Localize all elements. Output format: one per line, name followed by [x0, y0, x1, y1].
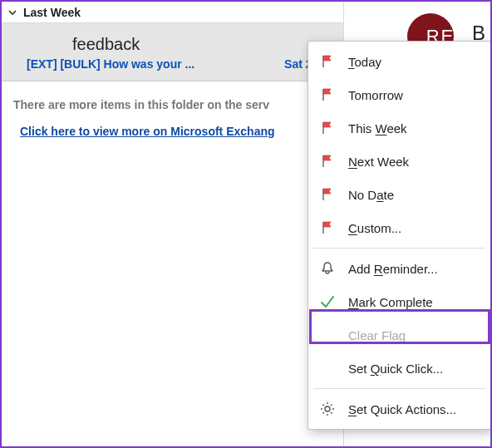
menu-set-quick-actions[interactable]: Set Quick Actions...: [308, 392, 490, 426]
menu-set-quick-click[interactable]: Set Quick Click...: [308, 352, 490, 385]
checkmark-icon: [318, 293, 337, 311]
server-more-items-text: There are more items in this folder on t…: [2, 81, 343, 116]
menu-this-week[interactable]: This Week: [308, 111, 490, 145]
menu-label: Custom...: [348, 221, 401, 235]
flag-icon: [318, 86, 337, 104]
flag-icon: [318, 119, 337, 137]
menu-mark-complete[interactable]: Mark Complete: [308, 285, 490, 318]
empty-icon: [318, 359, 337, 377]
bell-icon: [318, 259, 337, 278]
menu-label: This Week: [348, 121, 407, 135]
menu-label: Set Quick Actions...: [348, 402, 456, 416]
group-header-last-week[interactable]: Last Week: [2, 2, 343, 23]
empty-icon: [318, 326, 337, 344]
menu-label: No Date: [348, 188, 394, 202]
server-view-more-link[interactable]: Click here to view more on Microsoft Exc…: [2, 116, 343, 146]
flag-icon: [318, 152, 337, 170]
menu-tomorrow[interactable]: Tomorrow: [308, 78, 490, 111]
menu-label: Add Reminder...: [348, 262, 438, 276]
menu-separator: [313, 248, 485, 249]
menu-label: Tomorrow: [348, 88, 403, 102]
menu-label: Mark Complete: [348, 295, 433, 309]
mail-from: feedback: [72, 35, 332, 54]
menu-clear-flag: Clear Flag: [308, 318, 490, 352]
message-list-pane: Last Week feedback [EXT] [BULK] How was …: [2, 2, 344, 446]
mail-subject: [EXT] [BULK] How was your ...: [27, 57, 194, 71]
menu-label: Clear Flag: [348, 328, 406, 342]
mail-item[interactable]: feedback [EXT] [BULK] How was your ... S…: [2, 23, 343, 81]
flag-context-menu: Today Tomorrow This Week Next Week No Da…: [308, 41, 491, 430]
menu-label: Set Quick Click...: [348, 362, 443, 376]
menu-separator: [313, 388, 485, 389]
flag-icon: [318, 219, 337, 237]
menu-next-week[interactable]: Next Week: [308, 145, 490, 178]
flag-icon: [318, 52, 337, 71]
chevron-down-icon: [7, 7, 18, 18]
menu-today[interactable]: Today: [308, 45, 490, 78]
menu-add-reminder[interactable]: Add Reminder...: [308, 252, 490, 285]
menu-label: Today: [348, 55, 381, 69]
menu-custom[interactable]: Custom...: [308, 211, 490, 244]
menu-label: Next Week: [348, 155, 409, 169]
group-header-label: Last Week: [23, 6, 81, 19]
menu-no-date[interactable]: No Date: [308, 178, 490, 211]
flag-icon: [318, 185, 337, 204]
svg-point-0: [325, 406, 330, 411]
gear-icon: [318, 400, 337, 418]
